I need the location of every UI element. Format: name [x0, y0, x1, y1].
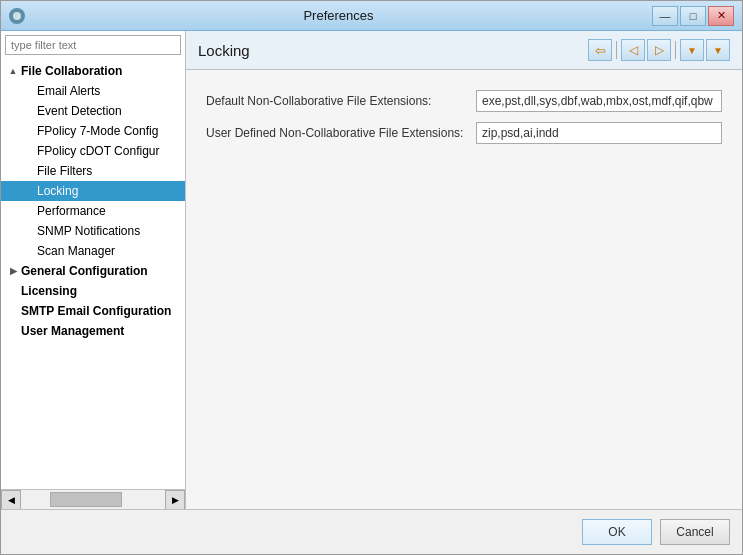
- tree-item-label: User Management: [21, 324, 181, 338]
- tree-item-label: Event Detection: [37, 104, 181, 118]
- cancel-button[interactable]: Cancel: [660, 519, 730, 545]
- tree-item-locking[interactable]: Locking: [1, 181, 185, 201]
- expander-icon: ▲: [5, 63, 21, 79]
- default-extensions-label: Default Non-Collaborative File Extension…: [206, 94, 476, 108]
- tree-item-label: FPolicy cDOT Configur: [37, 144, 181, 158]
- tree-item-fpolicy-cdot[interactable]: FPolicy cDOT Configur: [1, 141, 185, 161]
- expander-icon: ▶: [5, 263, 21, 279]
- nav-buttons: ⇦ ◁ ▷ ▼ ▼: [588, 39, 730, 61]
- nav-home-button[interactable]: ⇦: [588, 39, 612, 61]
- right-header: Locking ⇦ ◁ ▷ ▼ ▼: [186, 31, 742, 70]
- left-panel: ▲ File Collaboration Email Alerts Event …: [1, 31, 186, 509]
- tree-item-label: Email Alerts: [37, 84, 181, 98]
- tree-item-label: SNMP Notifications: [37, 224, 181, 238]
- preferences-window: Preferences — □ ✕ ▲ File Collaboration E…: [0, 0, 743, 555]
- title-bar-buttons: — □ ✕: [652, 6, 734, 26]
- tree-item-email-alerts[interactable]: Email Alerts: [1, 81, 185, 101]
- expander-icon: [5, 323, 21, 339]
- section-title: Locking: [198, 42, 250, 59]
- nav-separator2: [675, 41, 676, 59]
- nav-forward-button[interactable]: ▷: [647, 39, 671, 61]
- horizontal-scrollbar: ◀ ▶: [1, 489, 185, 509]
- bottom-bar: OK Cancel: [1, 509, 742, 554]
- right-content: Default Non-Collaborative File Extension…: [186, 70, 742, 509]
- minimize-button[interactable]: —: [652, 6, 678, 26]
- right-panel: Locking ⇦ ◁ ▷ ▼ ▼ Default Non-Collaborat…: [186, 31, 742, 509]
- expander-icon: [21, 103, 37, 119]
- tree-item-file-collaboration[interactable]: ▲ File Collaboration: [1, 61, 185, 81]
- expander-icon: [5, 283, 21, 299]
- scroll-right-button[interactable]: ▶: [165, 490, 185, 510]
- expander-icon: [21, 163, 37, 179]
- filter-input[interactable]: [5, 35, 181, 55]
- tree-item-user-management[interactable]: User Management: [1, 321, 185, 341]
- expander-icon: [21, 203, 37, 219]
- nav-dropdown2-button[interactable]: ▼: [706, 39, 730, 61]
- tree-area: ▲ File Collaboration Email Alerts Event …: [1, 59, 185, 489]
- user-extensions-label: User Defined Non-Collaborative File Exte…: [206, 126, 476, 140]
- expander-icon: [5, 303, 21, 319]
- expander-icon: [21, 123, 37, 139]
- title-bar: Preferences — □ ✕: [1, 1, 742, 31]
- content-area: ▲ File Collaboration Email Alerts Event …: [1, 31, 742, 509]
- tree-item-label: Performance: [37, 204, 181, 218]
- tree-item-file-filters[interactable]: File Filters: [1, 161, 185, 181]
- user-extensions-input[interactable]: [476, 122, 722, 144]
- scroll-left-button[interactable]: ◀: [1, 490, 21, 510]
- expander-icon: [21, 243, 37, 259]
- ok-button[interactable]: OK: [582, 519, 652, 545]
- form-row-default-extensions: Default Non-Collaborative File Extension…: [206, 90, 722, 112]
- nav-dropdown1-button[interactable]: ▼: [680, 39, 704, 61]
- svg-point-0: [13, 12, 21, 20]
- expander-icon: [21, 83, 37, 99]
- expander-icon: [21, 183, 37, 199]
- nav-back-button[interactable]: ◁: [621, 39, 645, 61]
- tree-item-general-configuration[interactable]: ▶ General Configuration: [1, 261, 185, 281]
- tree-item-label: FPolicy 7-Mode Config: [37, 124, 181, 138]
- expander-icon: [21, 143, 37, 159]
- tree-item-smtp-email[interactable]: SMTP Email Configuration: [1, 301, 185, 321]
- maximize-button[interactable]: □: [680, 6, 706, 26]
- tree-item-snmp[interactable]: SNMP Notifications: [1, 221, 185, 241]
- tree-item-label: Scan Manager: [37, 244, 181, 258]
- tree-item-label: File Collaboration: [21, 64, 181, 78]
- tree-item-licensing[interactable]: Licensing: [1, 281, 185, 301]
- tree-item-scan-manager[interactable]: Scan Manager: [1, 241, 185, 261]
- tree-item-event-detection[interactable]: Event Detection: [1, 101, 185, 121]
- default-extensions-input[interactable]: [476, 90, 722, 112]
- nav-separator: [616, 41, 617, 59]
- form-row-user-extensions: User Defined Non-Collaborative File Exte…: [206, 122, 722, 144]
- tree-item-label: SMTP Email Configuration: [21, 304, 181, 318]
- tree-item-label: File Filters: [37, 164, 181, 178]
- window-title: Preferences: [25, 8, 652, 23]
- tree-item-label: General Configuration: [21, 264, 181, 278]
- scroll-track[interactable]: [21, 490, 165, 509]
- tree-item-label: Licensing: [21, 284, 181, 298]
- expander-icon: [21, 223, 37, 239]
- app-icon: [9, 8, 25, 24]
- tree-item-performance[interactable]: Performance: [1, 201, 185, 221]
- tree-item-label: Locking: [37, 184, 181, 198]
- scroll-thumb[interactable]: [50, 492, 122, 507]
- tree-item-fpolicy-7mode[interactable]: FPolicy 7-Mode Config: [1, 121, 185, 141]
- close-button[interactable]: ✕: [708, 6, 734, 26]
